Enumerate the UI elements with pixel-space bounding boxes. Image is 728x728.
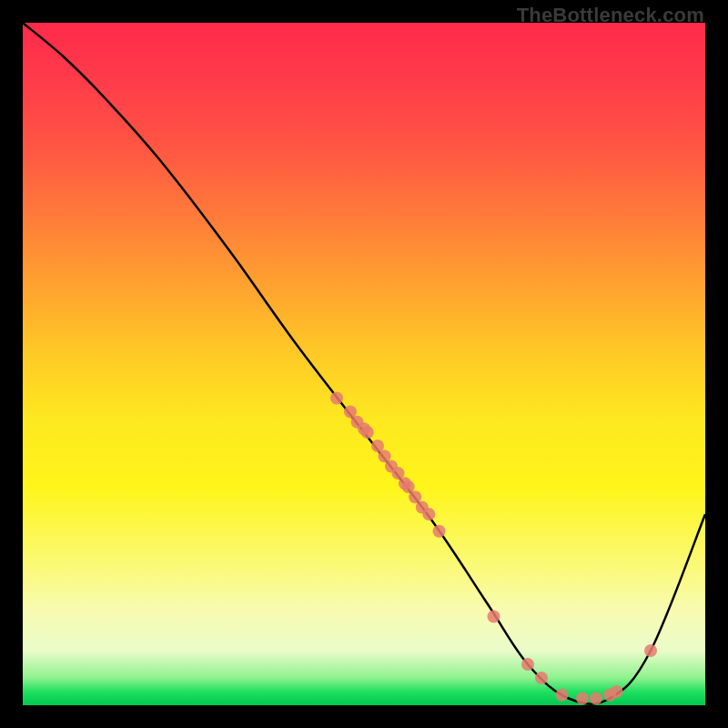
data-point [488, 611, 500, 623]
data-point [576, 693, 589, 705]
data-point [535, 672, 548, 684]
bottleneck-curve [23, 23, 705, 704]
data-point [422, 508, 435, 521]
chart-gradient-area [23, 23, 705, 705]
data-point [611, 685, 623, 698]
data-points [330, 392, 657, 705]
watermark-text: TheBottleneck.com [517, 4, 704, 27]
data-point [556, 689, 569, 702]
data-point [590, 693, 602, 705]
data-point [330, 392, 343, 405]
data-point [361, 426, 374, 439]
data-point [521, 658, 534, 671]
chart-svg [23, 23, 705, 705]
data-point [433, 525, 446, 538]
data-point [644, 644, 657, 657]
